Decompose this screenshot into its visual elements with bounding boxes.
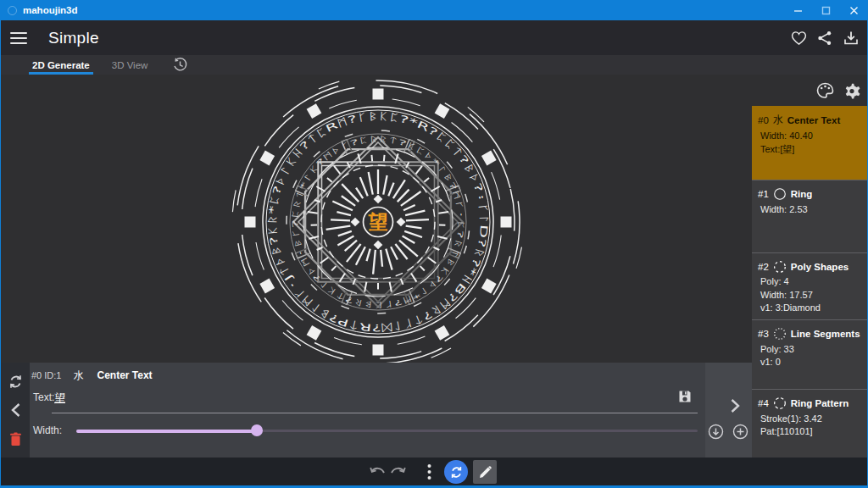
layer-name: Center Text xyxy=(787,115,840,125)
trash-icon xyxy=(9,432,22,446)
next-layer-button[interactable] xyxy=(730,398,741,417)
window-controls xyxy=(784,0,868,20)
share-button[interactable] xyxy=(815,28,835,48)
tabbar: 2D Generate 3D View xyxy=(0,55,868,75)
slider-fill xyxy=(76,430,257,433)
layer-num: #0 xyxy=(758,115,769,125)
width-slider-label: Width: xyxy=(33,424,62,436)
palette-icon[interactable] xyxy=(816,82,834,99)
tab-2d-generate[interactable]: 2D Generate xyxy=(29,55,93,75)
layer-num: #1 xyxy=(758,189,769,199)
layer-card-line-segments[interactable]: #3 Line Segments Poly: 33 v1: 0 xyxy=(752,320,867,390)
save-button[interactable] xyxy=(678,390,692,407)
more-dots-icon xyxy=(427,463,431,480)
undo-icon xyxy=(370,466,387,478)
poly-shapes-icon xyxy=(773,260,787,274)
layer-num: #2 xyxy=(758,262,769,272)
share-icon xyxy=(817,30,832,46)
tab-3d-view[interactable]: 3D View xyxy=(108,55,152,75)
redo-icon xyxy=(389,466,406,478)
app-header: Simple xyxy=(0,20,868,55)
layer-id-label: #0 ID:1 xyxy=(31,370,61,380)
titlebar: mahoujin3d xyxy=(0,0,868,20)
close-icon xyxy=(849,6,859,15)
app-icon xyxy=(8,6,17,15)
regenerate-button[interactable] xyxy=(444,460,468,484)
history-icon xyxy=(173,58,187,72)
layer-name: Ring Pattern xyxy=(791,398,849,408)
layer-detail: Width: 17.57 xyxy=(760,290,867,300)
edit-button[interactable] xyxy=(473,460,497,484)
drawing-canvas[interactable]: ᛕᛈ?*R?ᛈᛈᛏ?ᛒᚦ?᛬ᚴᛚD?ᚱ?*ᚺB?ᛗᚱ?ᛏᚴᛚᛞ?RᛏP?ᛒᛚᛗᚴ… xyxy=(1,75,752,363)
bottom-toolbar xyxy=(0,458,868,486)
favorite-button[interactable] xyxy=(788,28,809,48)
more-options-button[interactable] xyxy=(422,462,436,482)
layer-detail: Width: 40.40 xyxy=(760,130,867,141)
line-segments-icon xyxy=(773,327,787,341)
layer-card-ring[interactable]: #1 Ring Width: 2.53 xyxy=(752,180,867,253)
layer-name: Line Segments xyxy=(791,329,860,339)
layer-sidebar: #0 水 Center Text Width: 40.40 Text:[望] #… xyxy=(752,75,867,458)
tab-2d-generate-label: 2D Generate xyxy=(32,60,90,70)
layer-detail: Width: 2.53 xyxy=(760,204,867,214)
layer-element-label: 水 xyxy=(73,369,83,383)
minimize-icon xyxy=(793,6,803,15)
svg-text:望: 望 xyxy=(368,211,388,233)
favorite-heart-icon xyxy=(791,30,807,46)
text-field-label: Text: xyxy=(33,391,54,403)
layer-element: 水 xyxy=(773,113,783,127)
history-button[interactable] xyxy=(170,55,191,75)
minimize-button[interactable] xyxy=(784,0,812,20)
layer-card-center-text[interactable]: #0 水 Center Text Width: 40.40 Text:[望] xyxy=(752,106,867,180)
redo-button[interactable] xyxy=(387,463,408,480)
prev-layer-button[interactable] xyxy=(5,400,25,420)
chevron-left-icon xyxy=(10,402,21,418)
property-panel: #0 ID:1 水 Center Text Text: 望 Width: xyxy=(1,363,705,458)
layer-detail: v1: 3:Diamond xyxy=(760,302,867,313)
panel-left-strip xyxy=(1,363,30,458)
save-icon xyxy=(678,390,692,403)
layer-detail: Stroke(1): 3.42 xyxy=(760,413,867,424)
undo-button[interactable] xyxy=(368,463,388,480)
layer-detail: v1: 0 xyxy=(760,357,867,367)
add-layer-button[interactable] xyxy=(732,424,748,443)
header-actions xyxy=(788,28,861,48)
sidebar-tools xyxy=(816,82,860,99)
layer-detail: Pat:[110101] xyxy=(760,426,867,436)
layer-list: #0 水 Center Text Width: 40.40 Text:[望] #… xyxy=(752,106,867,459)
sync-icon xyxy=(8,374,24,390)
slider-thumb[interactable] xyxy=(251,424,263,436)
move-layer-down-button[interactable] xyxy=(708,424,724,443)
magic-circle: ᛕᛈ?*R?ᛈᛈᛏ?ᛒᚦ?᛬ᚴᛚD?ᚱ?*ᚺB?ᛗᚱ?ᛏᚴᛚᛞ?RᛏP?ᛒᛚᛗᚴ… xyxy=(209,75,548,363)
width-slider[interactable] xyxy=(76,424,698,437)
layer-detail: Poly: 4 xyxy=(760,276,867,286)
layer-name: Poly Shapes xyxy=(791,262,849,272)
circle-plus-icon xyxy=(732,424,748,440)
panel-side-column xyxy=(705,363,752,458)
layer-card-ring-pattern[interactable]: #4 Ring Pattern Stroke(1): 3.42 Pat:[110… xyxy=(752,390,867,459)
layer-name-label: Center Text xyxy=(97,369,152,381)
ring-pattern-icon xyxy=(773,396,787,410)
text-field-value[interactable]: 望 xyxy=(54,391,65,406)
chevron-right-icon xyxy=(730,398,741,413)
layer-detail: Text:[望] xyxy=(760,143,867,156)
download-button[interactable] xyxy=(841,28,861,48)
layer-num: #4 xyxy=(758,398,769,408)
ring-icon xyxy=(773,187,787,201)
download-icon xyxy=(843,30,859,46)
text-field-underline[interactable] xyxy=(52,413,698,413)
maximize-icon xyxy=(821,6,831,15)
menu-icon[interactable] xyxy=(10,29,27,47)
close-button[interactable] xyxy=(840,0,868,20)
refresh-icon xyxy=(449,465,464,480)
layer-name: Ring xyxy=(791,189,813,199)
page-title: Simple xyxy=(48,29,99,47)
layer-num: #3 xyxy=(758,329,769,339)
app-window: mahoujin3d Simple xyxy=(0,0,868,488)
layer-card-poly-shapes[interactable]: #2 Poly Shapes Poly: 4 Width: 17.57 v1: … xyxy=(752,253,867,321)
sync-button[interactable] xyxy=(5,371,25,391)
delete-layer-button[interactable] xyxy=(5,429,25,449)
tab-3d-view-label: 3D View xyxy=(112,60,148,70)
maximize-button[interactable] xyxy=(812,0,840,20)
settings-gear-icon[interactable] xyxy=(843,82,860,99)
